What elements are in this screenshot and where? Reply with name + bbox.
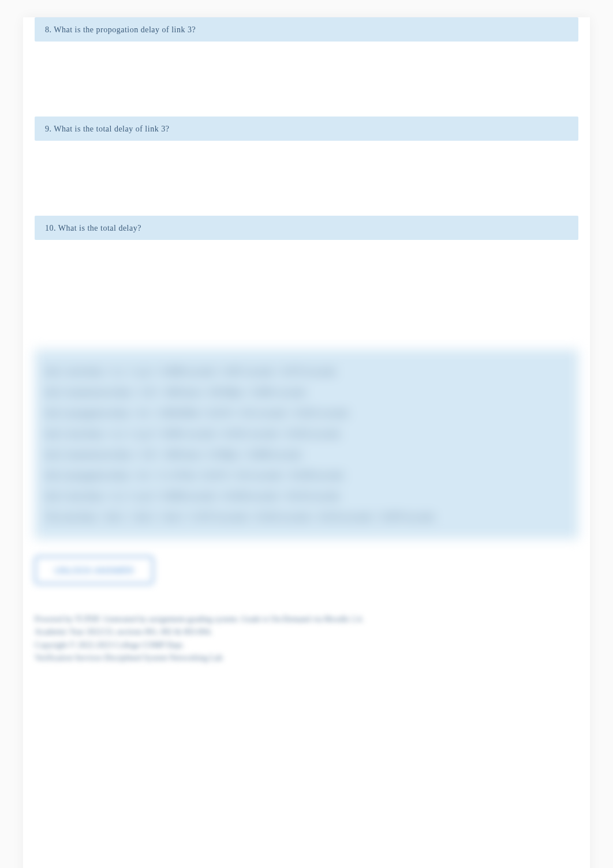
question-block-9: 9. What is the total delay of link 3? — [35, 117, 578, 141]
question-block-10: 10. What is the total delay? — [35, 216, 578, 240]
answer-line: The total delay = link 1 + link 2 + link… — [45, 506, 568, 527]
answer-line: link 2 transmission delay = L/R = 1000 b… — [45, 382, 568, 403]
answer-space-10 — [23, 240, 590, 315]
footer-blurred: Powered by TCPDF. Generated by assignmen… — [35, 613, 578, 665]
answer-line: link 3 total delay = d_3 + d_p3 = 0.0008… — [45, 486, 568, 506]
question-text: 10. What is the total delay? — [45, 224, 141, 232]
question-text: 9. What is the total delay of link 3? — [45, 125, 169, 133]
question-body: What is the total delay? — [58, 224, 141, 232]
answer-line: link 1 total delay = d_1 + d_p1 = 0.0086… — [45, 361, 568, 382]
unlock-button[interactable]: UNLOCK ANSWER — [35, 556, 154, 584]
question-number: 9. — [45, 125, 52, 133]
answer-line: link 3 propagation delay = d/s = 3 x 10^… — [45, 465, 568, 486]
answer-line: link 3 transmission delay = L/R = 1000 b… — [45, 444, 568, 465]
question-body: What is the propogation delay of link 3? — [54, 25, 196, 34]
answer-space-8 — [23, 42, 590, 117]
answers-block-blurred: link 1 total delay = d_1 + d_p1 = 0.0086… — [35, 350, 578, 539]
answer-line: link 2 propagation delay = d/s = 3,000,0… — [45, 403, 568, 423]
question-body: What is the total delay of link 3? — [54, 125, 169, 133]
question-number: 8. — [45, 25, 52, 34]
footer-line: Academic Year 2022/23, sections 001, 002… — [35, 626, 578, 638]
page-container: 8. What is the propogation delay of link… — [23, 17, 590, 868]
footer-line: Powered by TCPDF. Generated by assignmen… — [35, 613, 578, 626]
question-number: 10. — [45, 224, 56, 232]
footer-line: Copyright © 2022-2023 College COMP Dept. — [35, 639, 578, 652]
question-block-8: 8. What is the propogation delay of link… — [35, 17, 578, 42]
answer-space-9 — [23, 141, 590, 216]
footer-line: Verification Services Disciplined System… — [35, 652, 578, 664]
answer-line: link 2 total delay = d_2 + d_p2 = 0.0001… — [45, 423, 568, 444]
question-text: 8. What is the propogation delay of link… — [45, 25, 196, 34]
